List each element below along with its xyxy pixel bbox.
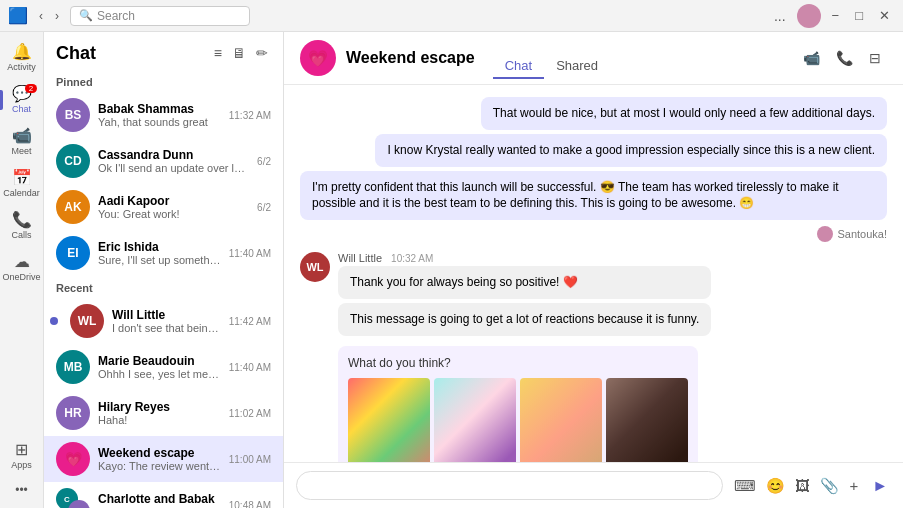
- chat-info-aadi: Aadi Kapoor You: Great work!: [98, 194, 249, 220]
- sidebar-item-calendar[interactable]: 📅 Calendar: [0, 164, 43, 204]
- chat-item-marie[interactable]: MB Marie Beaudouin Ohhh I see, yes let m…: [44, 344, 283, 390]
- chat-name-aadi: Aadi Kapoor: [98, 194, 249, 208]
- more-button[interactable]: ...: [769, 6, 791, 26]
- chat-item-charlotte[interactable]: C B Charlotte and Babak Charlotte: The c…: [44, 482, 283, 508]
- chat-item-hilary[interactable]: HR Hilary Reyes Haha! 11:02 AM: [44, 390, 283, 436]
- filter-button[interactable]: ≡: [211, 42, 225, 64]
- emoji-button[interactable]: 😊: [763, 474, 788, 498]
- chat-info-hilary: Hilary Reyes Haha!: [98, 400, 221, 426]
- chat-name-cassandra: Cassandra Dunn: [98, 148, 249, 162]
- video-call-button[interactable]: 📹: [797, 46, 826, 70]
- teams-logo-icon: 🟦: [8, 6, 28, 25]
- chat-time-babak: 11:32 AM: [229, 110, 271, 121]
- chat-time-eric: 11:40 AM: [229, 248, 271, 259]
- chat-info-eric: Eric Ishida Sure, I'll set up something …: [98, 240, 221, 266]
- sidebar-item-meet[interactable]: 📹 Meet: [0, 122, 43, 162]
- chat-badge: 2: [25, 84, 37, 93]
- chat-name-will: Will Little: [112, 308, 221, 322]
- minimize-button[interactable]: −: [827, 6, 845, 25]
- activity-label: Activity: [7, 62, 36, 72]
- chat-nav-label: Chat: [12, 104, 31, 114]
- chat-list-header: Chat ≡ 🖥 ✏: [44, 32, 283, 70]
- send-button[interactable]: ►: [869, 474, 891, 498]
- chat-info-babak: Babak Shammas Yah, that sounds great: [98, 102, 221, 128]
- image-card-title: What do you think?: [348, 356, 688, 370]
- tab-chat[interactable]: Chat: [493, 54, 544, 79]
- search-box[interactable]: 🔍 Search: [70, 6, 250, 26]
- user-avatar[interactable]: [797, 4, 821, 28]
- active-indicator: [0, 90, 3, 110]
- image-gold: [520, 378, 602, 462]
- image-card-container: What do you think? Thought these images …: [338, 346, 887, 462]
- more-options-button[interactable]: ⊟: [863, 46, 887, 70]
- apps-icon: ⊞: [15, 442, 28, 458]
- sidebar-item-apps[interactable]: ⊞ Apps: [0, 436, 43, 476]
- msg-bubble-will-2: This message is going to get a lot of re…: [338, 303, 711, 336]
- attach-button[interactable]: 📎: [817, 474, 842, 498]
- new-chat-button[interactable]: 🖥: [229, 42, 249, 64]
- avatar-will: WL: [70, 304, 104, 338]
- chat-preview-babak: Yah, that sounds great: [98, 116, 221, 128]
- sidebar-item-chat[interactable]: 💬 Chat 2: [0, 80, 43, 120]
- calls-icon: 📞: [12, 212, 32, 228]
- calendar-icon: 📅: [12, 170, 32, 186]
- unread-indicator: [50, 317, 58, 325]
- msg-text-will: Thank you for always being so positive! …: [350, 275, 578, 289]
- audio-call-button[interactable]: 📞: [830, 46, 859, 70]
- image-card: What do you think? Thought these images …: [338, 346, 698, 462]
- chat-list-panel: Chat ≡ 🖥 ✏ Pinned BS Babak Shammas Yah, …: [44, 32, 284, 508]
- nav-rail: 🔔 Activity 💬 Chat 2 📹 Meet 📅 Calendar 📞 …: [0, 32, 44, 508]
- chat-name-hilary: Hilary Reyes: [98, 400, 221, 414]
- own-bubble-1: That would be nice, but at most I would …: [481, 97, 887, 130]
- forward-button[interactable]: ›: [50, 7, 64, 25]
- msg-content-will: Will Little 10:32 AM Thank you for alway…: [338, 252, 711, 336]
- tab-shared[interactable]: Shared: [544, 54, 610, 79]
- own-bubble-2: I know Krystal really wanted to make a g…: [375, 134, 887, 167]
- sidebar-item-activity[interactable]: 🔔 Activity: [0, 38, 43, 78]
- meet-label: Meet: [11, 146, 31, 156]
- chat-item-babak[interactable]: BS Babak Shammas Yah, that sounds great …: [44, 92, 283, 138]
- chat-item-weekend[interactable]: 💗 Weekend escape Kayo: The review went r…: [44, 436, 283, 482]
- sidebar-item-calls[interactable]: 📞 Calls: [0, 206, 43, 246]
- gif-button[interactable]: 🖼: [792, 474, 813, 498]
- avatar-eric: EI: [56, 236, 90, 270]
- title-bar-left: 🟦 ‹ › 🔍 Search: [8, 6, 250, 26]
- avatar-charlotte-babak: C B: [56, 488, 90, 508]
- chat-info-will: Will Little I don't see that being an is…: [112, 308, 221, 334]
- meet-icon: 📹: [12, 128, 32, 144]
- add-button[interactable]: +: [846, 474, 861, 498]
- pinned-section-label: Pinned: [44, 72, 283, 92]
- calendar-label: Calendar: [3, 188, 40, 198]
- close-button[interactable]: ✕: [874, 6, 895, 25]
- title-bar-right: ... − □ ✕: [769, 4, 895, 28]
- avatar-aadi: AK: [56, 190, 90, 224]
- chat-item-cassandra[interactable]: CD Cassandra Dunn Ok I'll send an update…: [44, 138, 283, 184]
- edit-button[interactable]: ✏: [253, 42, 271, 64]
- image-abstract: [434, 378, 516, 462]
- own-bubble-3: I'm pretty confident that this launch wi…: [300, 171, 887, 221]
- santouka-label: Santouka!: [817, 226, 887, 242]
- back-button[interactable]: ‹: [34, 7, 48, 25]
- chat-item-aadi[interactable]: AK Aadi Kapoor You: Great work! 6/2: [44, 184, 283, 230]
- chat-info-marie: Marie Beaudouin Ohhh I see, yes let me f…: [98, 354, 221, 380]
- chat-time-cassandra: 6/2: [257, 156, 271, 167]
- avatar-hilary: HR: [56, 396, 90, 430]
- chat-header-avatar: 💗: [300, 40, 336, 76]
- message-input[interactable]: [296, 471, 723, 500]
- format-button[interactable]: ⌨: [731, 474, 759, 498]
- chat-item-will[interactable]: WL Will Little I don't see that being an…: [44, 298, 283, 344]
- chat-time-will: 11:42 AM: [229, 316, 271, 327]
- avatar-weekend: 💗: [56, 442, 90, 476]
- chat-list-actions: ≡ 🖥 ✏: [211, 42, 271, 64]
- sidebar-item-more[interactable]: •••: [0, 478, 43, 502]
- chat-item-eric[interactable]: EI Eric Ishida Sure, I'll set up somethi…: [44, 230, 283, 276]
- chat-info-cassandra: Cassandra Dunn Ok I'll send an update ov…: [98, 148, 249, 174]
- sidebar-item-onedrive[interactable]: ☁ OneDrive: [0, 248, 43, 288]
- search-placeholder: Search: [97, 9, 135, 23]
- santouka-name: Santouka!: [837, 228, 887, 240]
- chat-list-title: Chat: [56, 43, 96, 64]
- maximize-button[interactable]: □: [850, 6, 868, 25]
- image-rose: [348, 378, 430, 462]
- chat-preview-will: I don't see that being an issue, can tak…: [112, 322, 221, 334]
- msg-bubble-will: Thank you for always being so positive! …: [338, 266, 711, 299]
